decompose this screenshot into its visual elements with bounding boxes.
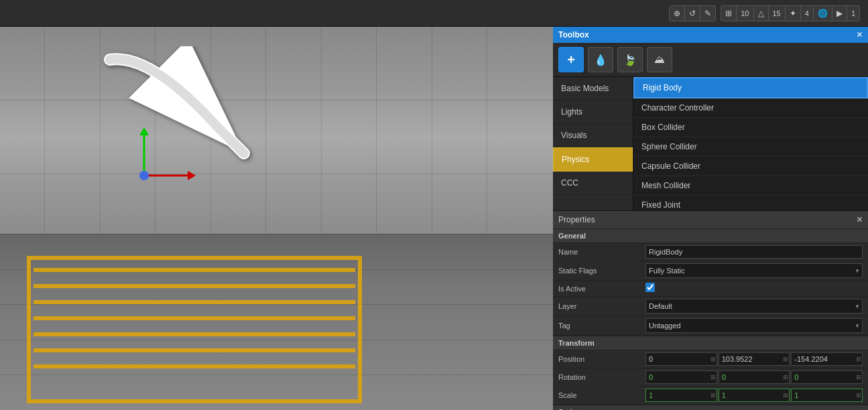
prop-row-rotation: Rotation ⊞ ⊞ [553, 368, 868, 387]
position-x-input[interactable] [645, 352, 717, 366]
add-icon-btn[interactable]: + [558, 47, 584, 72]
properties-panel: Properties × General Name [553, 211, 868, 410]
component-rigid-body[interactable]: Rigid Body [633, 77, 868, 98]
prop-value-name [645, 245, 863, 259]
transform-gizmo [111, 142, 178, 209]
view-grid-btn[interactable]: ⊞ [721, 6, 737, 21]
category-panel: Basic Models Lights Visuals Physics CCC [553, 77, 633, 210]
component-box-collider[interactable]: Box Collider [633, 118, 868, 137]
is-active-checkbox[interactable] [645, 283, 655, 292]
prop-row-position: Position ⊞ ⊞ [553, 350, 868, 368]
layer-select[interactable]: Default Layer 1 Layer 2 [645, 299, 863, 314]
rotation-z-input[interactable] [791, 370, 863, 384]
toolbox-title: Toolbox [558, 30, 589, 40]
prop-label-is-active: Is Active [558, 285, 645, 293]
position-z-input[interactable] [791, 352, 863, 366]
tag-select[interactable]: Untagged Player Enemy [645, 318, 863, 333]
prop-row-tag: Tag Untagged Player Enemy ▼ [553, 316, 868, 336]
component-list: Rigid Body Character Controller Box Coll… [633, 77, 868, 210]
properties-header: Properties × [553, 211, 868, 229]
prop-label-rotation: Rotation [558, 373, 645, 381]
scale-z-link[interactable]: ⊞ [856, 392, 861, 399]
category-ccc[interactable]: CCC [553, 172, 633, 195]
rotation-y-input[interactable] [719, 370, 790, 384]
category-physics[interactable]: Physics [553, 147, 633, 172]
category-visuals[interactable]: Visuals [553, 124, 633, 147]
prop-label-position: Position [558, 355, 645, 363]
component-mesh-collider[interactable]: Mesh Collider [633, 176, 868, 196]
prop-row-scale: Scale ⊞ ⊞ ⊞ [553, 387, 868, 405]
prop-row-name: Name [553, 243, 868, 261]
scale-y-input[interactable] [719, 389, 790, 402]
view-num1-btn[interactable]: 10 [737, 7, 753, 20]
prop-label-layer: Layer [558, 302, 645, 310]
prop-value-rotation: ⊞ ⊞ ⊞ [645, 370, 863, 384]
category-basic-models[interactable]: Basic Models [553, 77, 633, 100]
component-capsule-collider[interactable]: Capsule Collider [633, 157, 868, 176]
view-orbit-btn[interactable]: ⊕ [670, 6, 685, 21]
properties-title: Properties [558, 215, 595, 224]
section-transform-header: Transform [553, 336, 868, 350]
prop-value-scale: ⊞ ⊞ ⊞ [645, 389, 863, 402]
view-rotate-btn[interactable]: ↺ [685, 6, 700, 21]
view-star-btn[interactable]: ✦ [786, 6, 801, 21]
rotation-z-link[interactable]: ⊞ [856, 374, 861, 381]
viewport-toolbar: ⊕ ↺ ✎ ⊞ 10 △ 15 ✦ 4 🌐 ▶ 1 [0, 0, 868, 27]
toolbar-group-2: ⊞ 10 △ 15 ✦ 4 🌐 ▶ 1 [721, 5, 860, 21]
drop-icon-btn[interactable]: 💧 [588, 47, 613, 72]
rotation-x-input[interactable] [645, 370, 717, 384]
mountain-icon-btn[interactable]: ⛰ [647, 47, 672, 72]
view-edit-btn[interactable]: ✎ [700, 6, 715, 21]
prop-label-scale: Scale [558, 391, 645, 399]
static-flags-select[interactable]: Fully Static Active Static [645, 263, 863, 278]
toolbox-header: Toolbox × [553, 27, 868, 43]
prop-value-position: ⊞ ⊞ ⊞ [645, 352, 863, 366]
prop-label-static-flags: Static Flags [558, 267, 645, 275]
prop-row-is-active: Is Active [553, 281, 868, 297]
toolbar-group-1: ⊕ ↺ ✎ [669, 5, 716, 21]
view-play-btn[interactable]: ▶ [832, 6, 847, 21]
position-y-input[interactable] [719, 352, 790, 366]
app-root: ⊕ ↺ ✎ ⊞ 10 △ 15 ✦ 4 🌐 ▶ 1 [0, 0, 868, 410]
position-y-link[interactable]: ⊞ [783, 356, 788, 362]
view-num3-btn[interactable]: 4 [801, 7, 814, 20]
main-content: Toolbox × + 💧 🍃 ⛰ Basic Models Lights [0, 27, 868, 410]
view-num4-btn[interactable]: 1 [847, 7, 859, 20]
toolbox-body: Basic Models Lights Visuals Physics CCC [553, 77, 868, 211]
right-panel: Toolbox × + 💧 🍃 ⛰ Basic Models Lights [553, 27, 868, 410]
toolbox-icon-row: + 💧 🍃 ⛰ [553, 43, 868, 77]
wall [0, 27, 553, 249]
prop-value-layer: Default Layer 1 Layer 2 ▼ [645, 299, 863, 314]
view-num2-btn[interactable]: 15 [769, 7, 786, 20]
prop-row-static-flags: Static Flags Fully Static Active Static … [553, 261, 868, 281]
prop-value-static-flags: Fully Static Active Static ▼ [645, 263, 863, 278]
scale-x-input[interactable] [645, 389, 717, 402]
position-z-link[interactable]: ⊞ [856, 356, 861, 362]
scale-y-link[interactable]: ⊞ [783, 392, 788, 399]
category-lights[interactable]: Lights [553, 100, 633, 124]
component-sphere-collider[interactable]: Sphere Collider [633, 137, 868, 157]
leaf-icon-btn[interactable]: 🍃 [617, 47, 643, 72]
view-globe-btn[interactable]: 🌐 [814, 6, 832, 21]
properties-close-btn[interactable]: × [857, 214, 863, 226]
prop-label-name: Name [558, 248, 645, 256]
section-general-header: General [553, 229, 868, 243]
rotation-x-link[interactable]: ⊞ [710, 374, 716, 381]
position-x-link[interactable]: ⊞ [710, 356, 716, 362]
rotation-y-link[interactable]: ⊞ [783, 374, 788, 381]
view-tri-btn[interactable]: △ [754, 6, 769, 21]
prop-value-is-active [645, 283, 863, 294]
prop-value-tag: Untagged Player Enemy ▼ [645, 318, 863, 333]
section-scripts-header: Scripts [553, 405, 868, 410]
scale-z-input[interactable] [791, 389, 863, 402]
component-fixed-joint[interactable]: Fixed Joint [633, 196, 868, 210]
parking-markings [27, 256, 362, 403]
prop-label-tag: Tag [558, 322, 645, 330]
component-character-controller[interactable]: Character Controller [633, 98, 868, 118]
name-input[interactable] [645, 245, 863, 259]
viewport[interactable] [0, 27, 553, 410]
scale-x-link[interactable]: ⊞ [710, 392, 716, 399]
prop-row-layer: Layer Default Layer 1 Layer 2 ▼ [553, 297, 868, 316]
toolbox-close-btn[interactable]: × [857, 29, 863, 40]
properties-content: General Name Static Flags [553, 229, 868, 410]
